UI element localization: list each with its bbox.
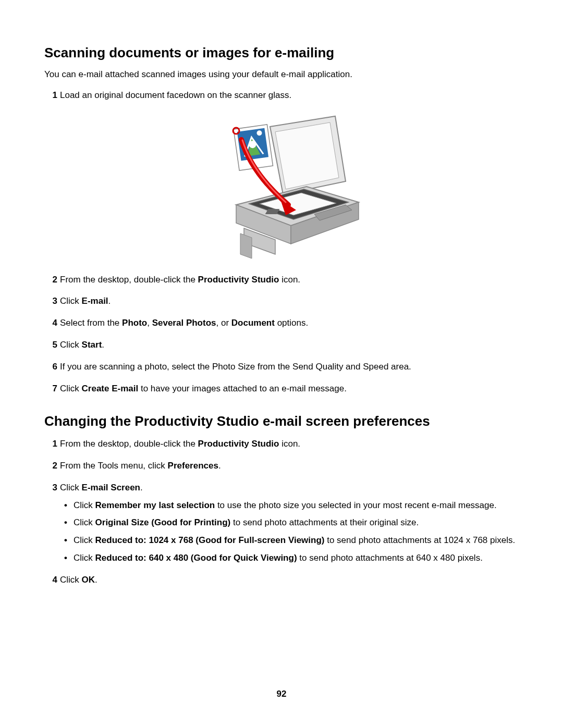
step-number: 3 — [44, 482, 57, 494]
step-text: Click Start. — [60, 340, 104, 350]
bullet-item: Click Original Size (Good for Printing) … — [60, 516, 516, 529]
step-text: Click E-mail. — [60, 296, 111, 306]
bullet-item: Click Reduced to: 1024 x 768 (Good for F… — [60, 534, 516, 547]
section-heading-1: Scanning documents or images for e-maili… — [44, 44, 516, 62]
step-4: 4 Select from the Photo, Several Photos,… — [44, 317, 516, 329]
step-text: If you are scanning a photo, select the … — [60, 362, 411, 372]
step-1: 1 From the desktop, double-click the Pro… — [44, 438, 516, 450]
section-intro-1: You can e-mail attached scanned images u… — [44, 69, 516, 80]
step-5: 5 Click Start. — [44, 339, 516, 351]
step-1: 1 Load an original document facedown on … — [44, 89, 516, 262]
step-number: 2 — [44, 460, 57, 472]
step-text: Click Create E-mail to have your images … — [60, 384, 347, 393]
step-3: 3 Click E-mail Screen. Click Remember my… — [44, 482, 516, 564]
step-text: From the desktop, double-click the Produ… — [60, 439, 300, 449]
svg-marker-15 — [240, 233, 252, 258]
step-number: 4 — [44, 574, 57, 586]
step-text: Click E-mail Screen. — [60, 483, 143, 492]
step-3: 3 Click E-mail. — [44, 295, 516, 307]
steps-list-1: 1 Load an original document facedown on … — [44, 89, 516, 395]
scanner-figure — [60, 111, 516, 262]
step-6: 6 If you are scanning a photo, select th… — [44, 361, 516, 373]
svg-marker-1 — [275, 122, 339, 189]
step-2: 2 From the Tools menu, click Preferences… — [44, 460, 516, 472]
step-2: 2 From the desktop, double-click the Pro… — [44, 274, 516, 286]
step-text: Click OK. — [60, 575, 97, 585]
steps-list-2: 1 From the desktop, double-click the Pro… — [44, 438, 516, 586]
step-number: 7 — [44, 382, 57, 395]
bullet-item: Click Remember my last selection to use … — [60, 499, 516, 512]
bullet-item: Click Reduced to: 640 x 480 (Good for Qu… — [60, 552, 516, 564]
page-number: 92 — [0, 689, 563, 699]
step-number: 2 — [44, 274, 57, 286]
step-text: Select from the Photo, Several Photos, o… — [60, 318, 308, 328]
step-text: Load an original document facedown on th… — [60, 90, 291, 100]
step-4: 4 Click OK. — [44, 574, 516, 586]
section-heading-2: Changing the Productivity Studio e-mail … — [44, 413, 516, 430]
step-number: 1 — [44, 89, 57, 102]
step-number: 6 — [44, 361, 57, 373]
bullet-list: Click Remember my last selection to use … — [60, 499, 516, 564]
step-text: From the Tools menu, click Preferences. — [60, 461, 221, 471]
step-number: 5 — [44, 339, 57, 351]
step-number: 3 — [44, 295, 57, 307]
step-number: 1 — [44, 438, 57, 450]
step-number: 4 — [44, 317, 57, 329]
step-7: 7 Click Create E-mail to have your image… — [44, 382, 516, 395]
step-text: From the desktop, double-click the Produ… — [60, 275, 300, 285]
